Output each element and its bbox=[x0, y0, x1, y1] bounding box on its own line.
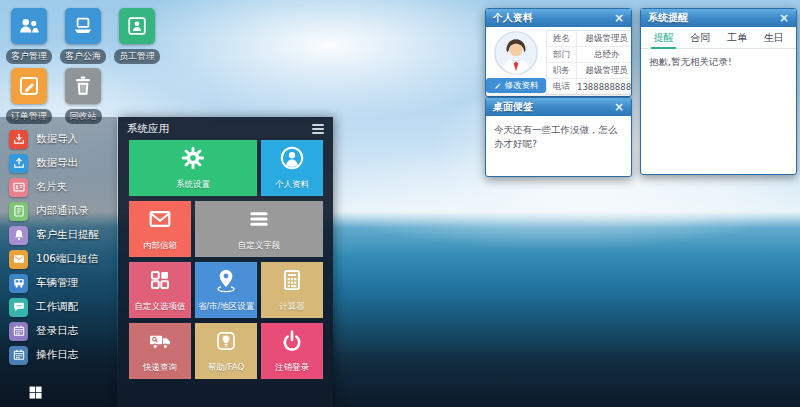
map-pin-icon bbox=[213, 267, 239, 301]
users-icon bbox=[11, 8, 47, 44]
announcement-icon bbox=[65, 8, 101, 44]
bulb-icon bbox=[213, 328, 239, 362]
sidebar-item[interactable]: 内部通讯录 bbox=[0, 199, 117, 223]
bell-icon bbox=[9, 226, 28, 245]
sidebar-item-label: 数据导出 bbox=[36, 156, 78, 170]
edit-profile-button[interactable]: 修改资料 bbox=[486, 78, 546, 93]
desktop-icon[interactable]: 回收站 bbox=[56, 68, 110, 124]
sidebar-item[interactable]: 名片夹 bbox=[0, 175, 117, 199]
app-tile[interactable]: 帮助/FAQ bbox=[195, 323, 257, 379]
app-tile-label: 省/市/地区设置 bbox=[198, 301, 255, 313]
reminder-tab[interactable]: 合同 bbox=[682, 27, 719, 48]
app-tile[interactable]: 省/市/地区设置 bbox=[195, 262, 257, 318]
pencil-icon bbox=[494, 82, 502, 90]
edit-profile-label: 修改资料 bbox=[505, 80, 539, 92]
notes-window: 桌面便签 × 今天还有一些工作没做，怎么办才好呢? bbox=[485, 97, 632, 177]
sidebar-item-label: 106端口短信 bbox=[36, 252, 98, 266]
reminder-tab[interactable]: 工单 bbox=[719, 27, 756, 48]
orders-icon bbox=[11, 68, 47, 104]
gear-icon bbox=[180, 145, 206, 179]
avatar bbox=[494, 31, 538, 75]
contacts-icon bbox=[9, 202, 28, 221]
desktop-shortcuts: 客户管理客户公海员工管理订单管理回收站 bbox=[2, 8, 170, 128]
sidebar-item[interactable]: 106端口短信 bbox=[0, 247, 117, 271]
system-apps-panel: 系统应用 系统设置个人资料内部信箱自定义字段自定义选项值省/市/地区设置计算器快… bbox=[118, 117, 333, 407]
profile-field-row: 部门总经办 bbox=[547, 47, 632, 63]
desktop-icon[interactable]: 员工管理 bbox=[110, 8, 164, 64]
app-tile[interactable]: 自定义选项值 bbox=[129, 262, 191, 318]
sidebar-item-label: 数据导入 bbox=[36, 132, 78, 146]
power-icon bbox=[279, 328, 305, 362]
hamburger-menu-icon[interactable] bbox=[312, 124, 324, 134]
desktop-icon-label: 员工管理 bbox=[114, 49, 160, 64]
profile-body: 修改资料 姓名超级管理员部门总经办职务超级管理员电话13888888888 bbox=[486, 27, 631, 97]
desktop-icon[interactable]: 客户管理 bbox=[2, 8, 56, 64]
reminders-titlebar[interactable]: 系统提醒 × bbox=[641, 9, 796, 27]
close-icon[interactable]: × bbox=[614, 101, 624, 113]
app-tile[interactable]: 个人资料 bbox=[261, 140, 323, 196]
profile-window-title: 个人资料 bbox=[493, 11, 533, 25]
windows-logo-icon bbox=[28, 385, 43, 400]
grid-icon bbox=[147, 267, 173, 301]
sidebar-item[interactable]: 车辆管理 bbox=[0, 271, 117, 295]
sidebar-item-label: 车辆管理 bbox=[36, 276, 78, 290]
sidebar-item[interactable]: 客户生日提醒 bbox=[0, 223, 117, 247]
sidebar-item-label: 登录日志 bbox=[36, 324, 78, 338]
sidebar-item-label: 内部通讯录 bbox=[36, 204, 89, 218]
profile-titlebar[interactable]: 个人资料 × bbox=[486, 9, 631, 27]
profile-field-row: 姓名超级管理员 bbox=[547, 31, 632, 47]
envelope-icon bbox=[147, 206, 173, 240]
profile-field-value: 13888888888 bbox=[577, 79, 632, 94]
sidebar-item[interactable]: 操作日志 bbox=[0, 343, 117, 367]
app-tile-label: 内部信箱 bbox=[143, 240, 177, 252]
app-tile[interactable]: 快递查询 bbox=[129, 323, 191, 379]
sidebar-item-label: 操作日志 bbox=[36, 348, 78, 362]
sidebar-item[interactable]: 工作调配 bbox=[0, 295, 117, 319]
sidebar-item[interactable]: 登录日志 bbox=[0, 319, 117, 343]
app-tile-label: 帮助/FAQ bbox=[208, 362, 244, 374]
import-icon bbox=[9, 130, 28, 149]
profile-field-value: 超级管理员 bbox=[577, 31, 632, 46]
windows-start-button[interactable] bbox=[28, 385, 43, 400]
app-tile-label: 系统设置 bbox=[176, 179, 210, 191]
notes-content: 今天还有一些工作没做，怎么办才好呢? bbox=[486, 116, 631, 159]
app-tile[interactable]: 注销登录 bbox=[261, 323, 323, 379]
app-tile[interactable]: 内部信箱 bbox=[129, 201, 191, 257]
close-icon[interactable]: × bbox=[779, 12, 789, 24]
sidebar-item-label: 名片夹 bbox=[36, 180, 68, 194]
user-icon bbox=[279, 145, 305, 179]
card-icon bbox=[9, 178, 28, 197]
profile-field-value: 超级管理员 bbox=[577, 63, 632, 78]
desktop-icon[interactable]: 客户公海 bbox=[56, 8, 110, 64]
profile-avatar-column: 修改资料 bbox=[486, 27, 546, 97]
menu-icon bbox=[246, 206, 272, 240]
reminders-window: 系统提醒 × 提醒合同工单生日 抱歉,暂无相关记录! bbox=[640, 8, 797, 175]
sidebar-item[interactable]: 数据导入 bbox=[0, 127, 117, 151]
profile-field-label: 职务 bbox=[547, 63, 577, 78]
reminder-empty-text: 抱歉,暂无相关记录! bbox=[641, 49, 796, 76]
reminder-tab[interactable]: 提醒 bbox=[645, 27, 682, 48]
app-tile-label: 个人资料 bbox=[275, 179, 309, 191]
profile-fields-table: 姓名超级管理员部门总经办职务超级管理员电话13888888888 bbox=[546, 30, 632, 95]
app-tile[interactable]: 计算器 bbox=[261, 262, 323, 318]
notes-window-title: 桌面便签 bbox=[493, 100, 533, 114]
app-tile[interactable]: 自定义字段 bbox=[195, 201, 323, 257]
app-tile-label: 自定义选项值 bbox=[135, 301, 186, 313]
profile-field-label: 部门 bbox=[547, 47, 577, 62]
reminders-window-title: 系统提醒 bbox=[648, 11, 688, 25]
cloud bbox=[120, 0, 540, 120]
notes-titlebar[interactable]: 桌面便签 × bbox=[486, 98, 631, 116]
close-icon[interactable]: × bbox=[614, 12, 624, 24]
app-tile-label: 自定义字段 bbox=[238, 240, 281, 252]
reminder-tab[interactable]: 生日 bbox=[755, 27, 792, 48]
sidebar-item[interactable]: 数据导出 bbox=[0, 151, 117, 175]
profile-field-label: 姓名 bbox=[547, 31, 577, 46]
calendar-icon bbox=[9, 322, 28, 341]
app-tile[interactable]: 系统设置 bbox=[129, 140, 257, 196]
export-icon bbox=[9, 154, 28, 173]
chat-icon bbox=[9, 298, 28, 317]
desktop-icon[interactable]: 订单管理 bbox=[2, 68, 56, 124]
desktop-icon-label: 客户管理 bbox=[6, 49, 52, 64]
calculator-icon bbox=[279, 267, 305, 301]
profile-field-label: 电话 bbox=[547, 79, 577, 94]
